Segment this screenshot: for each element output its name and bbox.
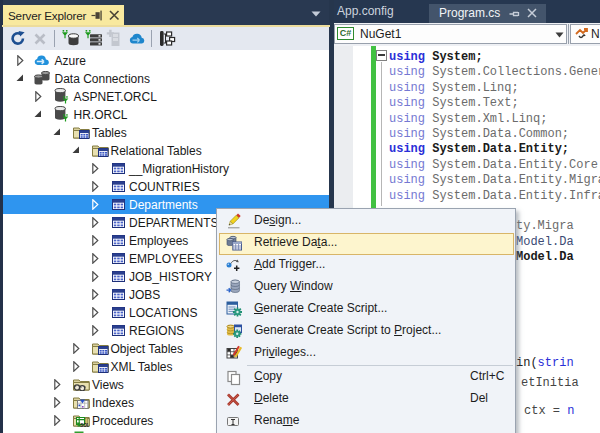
- svg-text:SQL: SQL: [80, 423, 90, 427]
